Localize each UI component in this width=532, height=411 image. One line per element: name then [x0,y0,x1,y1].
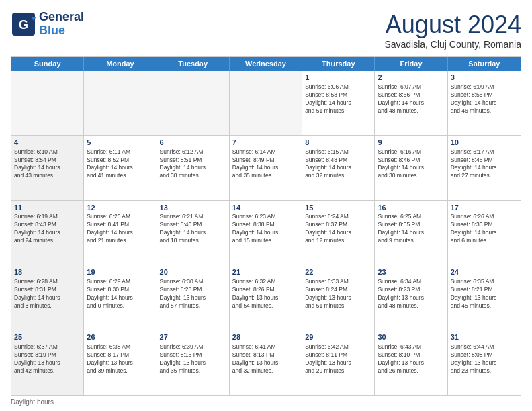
day-info: Sunrise: 6:29 AM Sunset: 8:30 PM Dayligh… [87,278,153,310]
header-day-saturday: Saturday [448,57,521,71]
day-info: Sunrise: 6:44 AM Sunset: 8:08 PM Dayligh… [451,343,518,375]
day-info: Sunrise: 6:11 AM Sunset: 8:52 PM Dayligh… [87,148,153,181]
day-info: Sunrise: 6:39 AM Sunset: 8:15 PM Dayligh… [160,343,226,375]
header-day-friday: Friday [375,57,447,71]
day-info: Sunrise: 6:09 AM Sunset: 8:55 PM Dayligh… [451,83,518,116]
day-info: Sunrise: 6:17 AM Sunset: 8:45 PM Dayligh… [451,148,518,181]
day-number: 31 [451,332,518,342]
calendar-day-21: 21Sunrise: 6:32 AM Sunset: 8:26 PM Dayli… [230,265,302,330]
header-day-monday: Monday [84,57,157,71]
day-number: 7 [232,138,299,148]
calendar-day-18: 18Sunrise: 6:28 AM Sunset: 8:31 PM Dayli… [11,265,84,330]
day-info: Sunrise: 6:06 AM Sunset: 8:58 PM Dayligh… [305,83,371,116]
day-info: Sunrise: 6:38 AM Sunset: 8:17 PM Dayligh… [87,343,153,375]
day-number: 20 [160,267,226,277]
calendar-day-11: 11Sunrise: 6:19 AM Sunset: 8:43 PM Dayli… [11,201,84,265]
day-info: Sunrise: 6:42 AM Sunset: 8:11 PM Dayligh… [305,343,371,375]
svg-text:G: G [19,18,28,32]
calendar-day-24: 24Sunrise: 6:35 AM Sunset: 8:21 PM Dayli… [448,265,521,330]
day-info: Sunrise: 6:15 AM Sunset: 8:48 PM Dayligh… [305,148,371,181]
day-number: 27 [160,332,226,342]
day-info: Sunrise: 6:12 AM Sunset: 8:51 PM Dayligh… [160,148,226,181]
day-info: Sunrise: 6:41 AM Sunset: 8:13 PM Dayligh… [232,343,299,375]
title-section: August 2024 Savadisla, Cluj County, Roma… [384,11,521,50]
day-number: 5 [87,138,153,148]
header-day-wednesday: Wednesday [230,57,302,71]
day-number: 21 [232,267,299,277]
calendar-day-14: 14Sunrise: 6:23 AM Sunset: 8:38 PM Dayli… [230,201,302,265]
day-number: 16 [378,203,444,213]
day-number: 29 [305,332,371,342]
day-number: 26 [87,332,153,342]
location: Savadisla, Cluj County, Romania [384,39,521,50]
footer-note: Daylight hours [11,398,521,406]
calendar-day-30: 30Sunrise: 6:43 AM Sunset: 8:10 PM Dayli… [375,330,447,395]
calendar-header: SundayMondayTuesdayWednesdayThursdayFrid… [11,57,521,71]
calendar-empty [11,71,84,135]
day-info: Sunrise: 6:23 AM Sunset: 8:38 PM Dayligh… [232,213,299,245]
calendar-day-29: 29Sunrise: 6:42 AM Sunset: 8:11 PM Dayli… [302,330,375,395]
day-number: 18 [14,267,81,277]
day-number: 30 [378,332,444,342]
day-info: Sunrise: 6:20 AM Sunset: 8:41 PM Dayligh… [87,213,153,245]
calendar-day-25: 25Sunrise: 6:37 AM Sunset: 8:19 PM Dayli… [11,330,84,395]
logo-icon: G [11,11,36,37]
day-number: 2 [378,73,444,83]
calendar-day-19: 19Sunrise: 6:29 AM Sunset: 8:30 PM Dayli… [84,265,157,330]
calendar-day-3: 3Sunrise: 6:09 AM Sunset: 8:55 PM Daylig… [448,71,521,135]
calendar-day-28: 28Sunrise: 6:41 AM Sunset: 8:13 PM Dayli… [230,330,302,395]
calendar-day-6: 6Sunrise: 6:12 AM Sunset: 8:51 PM Daylig… [157,136,230,200]
day-number: 9 [378,138,444,148]
calendar-day-15: 15Sunrise: 6:24 AM Sunset: 8:37 PM Dayli… [302,201,375,265]
day-info: Sunrise: 6:34 AM Sunset: 8:23 PM Dayligh… [378,278,444,310]
day-number: 11 [14,203,81,213]
day-number: 4 [14,138,81,148]
day-info: Sunrise: 6:26 AM Sunset: 8:33 PM Dayligh… [451,213,518,245]
day-info: Sunrise: 6:28 AM Sunset: 8:31 PM Dayligh… [14,278,81,310]
day-info: Sunrise: 6:32 AM Sunset: 8:26 PM Dayligh… [232,278,299,310]
day-number: 3 [451,73,518,83]
calendar-day-5: 5Sunrise: 6:11 AM Sunset: 8:52 PM Daylig… [84,136,157,200]
day-info: Sunrise: 6:37 AM Sunset: 8:19 PM Dayligh… [14,343,81,375]
calendar-week-4: 18Sunrise: 6:28 AM Sunset: 8:31 PM Dayli… [11,265,521,330]
calendar-day-17: 17Sunrise: 6:26 AM Sunset: 8:33 PM Dayli… [448,201,521,265]
calendar-day-22: 22Sunrise: 6:33 AM Sunset: 8:24 PM Dayli… [302,265,375,330]
day-number: 13 [160,203,226,213]
day-info: Sunrise: 6:10 AM Sunset: 8:54 PM Dayligh… [14,148,81,181]
calendar-day-23: 23Sunrise: 6:34 AM Sunset: 8:23 PM Dayli… [375,265,447,330]
calendar-day-8: 8Sunrise: 6:15 AM Sunset: 8:48 PM Daylig… [302,136,375,200]
day-number: 6 [160,138,226,148]
calendar-day-7: 7Sunrise: 6:14 AM Sunset: 8:49 PM Daylig… [230,136,302,200]
calendar-day-16: 16Sunrise: 6:25 AM Sunset: 8:35 PM Dayli… [375,201,447,265]
calendar-day-27: 27Sunrise: 6:39 AM Sunset: 8:15 PM Dayli… [157,330,230,395]
day-info: Sunrise: 6:07 AM Sunset: 8:56 PM Dayligh… [378,83,444,116]
day-info: Sunrise: 6:14 AM Sunset: 8:49 PM Dayligh… [232,148,299,181]
day-info: Sunrise: 6:30 AM Sunset: 8:28 PM Dayligh… [160,278,226,310]
calendar-day-10: 10Sunrise: 6:17 AM Sunset: 8:45 PM Dayli… [448,136,521,200]
day-number: 25 [14,332,81,342]
calendar: SundayMondayTuesdayWednesdayThursdayFrid… [11,56,521,396]
calendar-empty [230,71,302,135]
calendar-day-26: 26Sunrise: 6:38 AM Sunset: 8:17 PM Dayli… [84,330,157,395]
day-info: Sunrise: 6:43 AM Sunset: 8:10 PM Dayligh… [378,343,444,375]
logo-general: General [39,11,84,24]
calendar-week-3: 11Sunrise: 6:19 AM Sunset: 8:43 PM Dayli… [11,200,521,265]
day-number: 1 [305,73,371,83]
calendar-day-20: 20Sunrise: 6:30 AM Sunset: 8:28 PM Dayli… [157,265,230,330]
day-number: 15 [305,203,371,213]
header-day-sunday: Sunday [11,57,84,71]
day-number: 8 [305,138,371,148]
header-day-thursday: Thursday [302,57,375,71]
calendar-week-2: 4Sunrise: 6:10 AM Sunset: 8:54 PM Daylig… [11,135,521,200]
header: G General Blue August 2024 Savadisla, Cl… [11,11,521,50]
day-info: Sunrise: 6:24 AM Sunset: 8:37 PM Dayligh… [305,213,371,245]
day-number: 14 [232,203,299,213]
day-info: Sunrise: 6:25 AM Sunset: 8:35 PM Dayligh… [378,213,444,245]
day-number: 19 [87,267,153,277]
calendar-empty [157,71,230,135]
calendar-day-12: 12Sunrise: 6:20 AM Sunset: 8:41 PM Dayli… [84,201,157,265]
page: G General Blue August 2024 Savadisla, Cl… [0,0,532,411]
logo: G General Blue [11,11,84,38]
day-info: Sunrise: 6:33 AM Sunset: 8:24 PM Dayligh… [305,278,371,310]
calendar-week-5: 25Sunrise: 6:37 AM Sunset: 8:19 PM Dayli… [11,330,521,395]
